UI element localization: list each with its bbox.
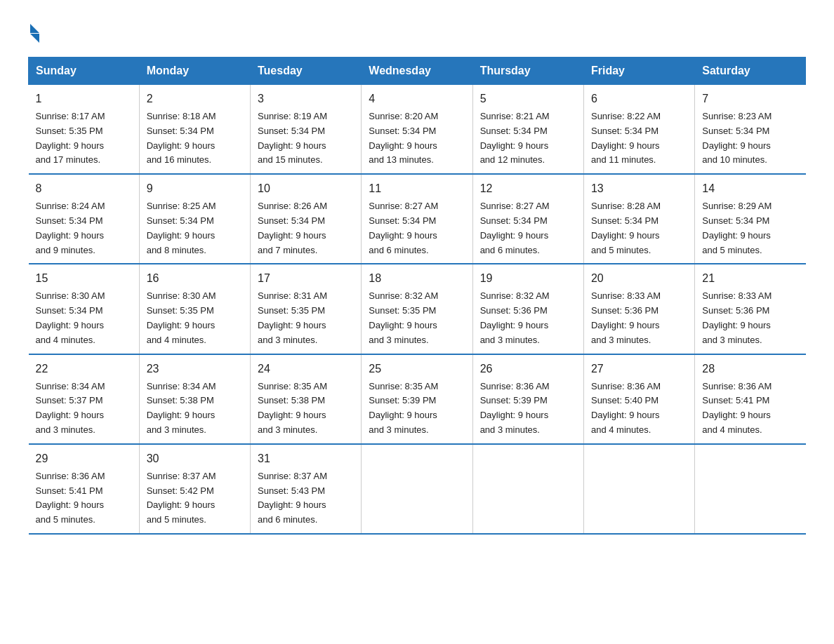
calendar-cell <box>695 444 806 534</box>
calendar-cell: 3 Sunrise: 8:19 AM Sunset: 5:34 PM Dayli… <box>250 85 361 175</box>
column-header-sunday: Sunday <box>29 58 140 85</box>
calendar-cell: 25 Sunrise: 8:35 AM Sunset: 5:39 PM Dayl… <box>362 354 472 444</box>
logo-arrow-down-icon <box>30 34 39 43</box>
week-row-5: 29 Sunrise: 8:36 AM Sunset: 5:41 PM Dayl… <box>29 444 806 534</box>
calendar-cell: 22 Sunrise: 8:34 AM Sunset: 5:37 PM Dayl… <box>29 354 140 444</box>
day-info: Sunrise: 8:33 AM Sunset: 5:36 PM Dayligh… <box>591 289 687 347</box>
calendar-header-row: SundayMondayTuesdayWednesdayThursdayFrid… <box>29 58 806 85</box>
day-number: 13 <box>591 180 687 197</box>
calendar-cell: 28 Sunrise: 8:36 AM Sunset: 5:41 PM Dayl… <box>695 354 806 444</box>
day-info: Sunrise: 8:29 AM Sunset: 5:34 PM Dayligh… <box>702 199 798 257</box>
day-number: 16 <box>147 270 243 287</box>
calendar-cell: 2 Sunrise: 8:18 AM Sunset: 5:34 PM Dayli… <box>139 85 250 175</box>
calendar-cell: 11 Sunrise: 8:27 AM Sunset: 5:34 PM Dayl… <box>362 174 472 264</box>
calendar-cell: 14 Sunrise: 8:29 AM Sunset: 5:34 PM Dayl… <box>695 174 806 264</box>
day-info: Sunrise: 8:17 AM Sunset: 5:35 PM Dayligh… <box>36 109 132 168</box>
day-number: 5 <box>480 90 576 107</box>
day-info: Sunrise: 8:24 AM Sunset: 5:34 PM Dayligh… <box>36 199 132 257</box>
day-number: 11 <box>369 180 465 197</box>
day-info: Sunrise: 8:28 AM Sunset: 5:34 PM Dayligh… <box>591 199 687 257</box>
day-info: Sunrise: 8:33 AM Sunset: 5:36 PM Dayligh… <box>702 289 798 347</box>
day-info: Sunrise: 8:35 AM Sunset: 5:38 PM Dayligh… <box>258 380 354 438</box>
week-row-2: 8 Sunrise: 8:24 AM Sunset: 5:34 PM Dayli… <box>29 174 806 264</box>
day-number: 10 <box>258 180 354 197</box>
calendar-cell: 18 Sunrise: 8:32 AM Sunset: 5:35 PM Dayl… <box>362 264 472 354</box>
calendar-cell: 24 Sunrise: 8:35 AM Sunset: 5:38 PM Dayl… <box>250 354 361 444</box>
day-number: 18 <box>369 270 465 287</box>
calendar-cell: 27 Sunrise: 8:36 AM Sunset: 5:40 PM Dayl… <box>583 354 694 444</box>
logo <box>28 21 76 43</box>
day-number: 23 <box>147 361 243 377</box>
day-info: Sunrise: 8:31 AM Sunset: 5:35 PM Dayligh… <box>258 289 354 347</box>
day-number: 21 <box>702 270 798 287</box>
calendar-cell: 13 Sunrise: 8:28 AM Sunset: 5:34 PM Dayl… <box>583 174 694 264</box>
column-header-monday: Monday <box>139 58 250 85</box>
day-number: 2 <box>147 90 243 107</box>
calendar-cell: 5 Sunrise: 8:21 AM Sunset: 5:34 PM Dayli… <box>472 85 583 175</box>
day-number: 17 <box>258 270 354 287</box>
calendar-cell: 26 Sunrise: 8:36 AM Sunset: 5:39 PM Dayl… <box>472 354 583 444</box>
day-number: 4 <box>369 90 465 107</box>
day-info: Sunrise: 8:18 AM Sunset: 5:34 PM Dayligh… <box>147 109 243 168</box>
day-info: Sunrise: 8:34 AM Sunset: 5:37 PM Dayligh… <box>36 380 132 438</box>
day-number: 29 <box>36 450 132 467</box>
day-info: Sunrise: 8:32 AM Sunset: 5:35 PM Dayligh… <box>369 289 465 347</box>
day-number: 19 <box>480 270 576 287</box>
day-info: Sunrise: 8:25 AM Sunset: 5:34 PM Dayligh… <box>147 199 243 257</box>
day-info: Sunrise: 8:36 AM Sunset: 5:41 PM Dayligh… <box>702 380 798 438</box>
day-info: Sunrise: 8:37 AM Sunset: 5:43 PM Dayligh… <box>258 469 354 528</box>
calendar-cell <box>583 444 694 534</box>
column-header-saturday: Saturday <box>695 58 806 85</box>
day-info: Sunrise: 8:20 AM Sunset: 5:34 PM Dayligh… <box>369 109 465 168</box>
week-row-1: 1 Sunrise: 8:17 AM Sunset: 5:35 PM Dayli… <box>29 85 806 175</box>
calendar-cell: 4 Sunrise: 8:20 AM Sunset: 5:34 PM Dayli… <box>362 85 472 175</box>
day-number: 31 <box>258 450 354 467</box>
calendar-cell: 20 Sunrise: 8:33 AM Sunset: 5:36 PM Dayl… <box>583 264 694 354</box>
calendar-cell: 17 Sunrise: 8:31 AM Sunset: 5:35 PM Dayl… <box>250 264 361 354</box>
calendar-cell: 6 Sunrise: 8:22 AM Sunset: 5:34 PM Dayli… <box>583 85 694 175</box>
calendar-cell: 10 Sunrise: 8:26 AM Sunset: 5:34 PM Dayl… <box>250 174 361 264</box>
calendar-cell: 21 Sunrise: 8:33 AM Sunset: 5:36 PM Dayl… <box>695 264 806 354</box>
day-number: 25 <box>369 361 465 377</box>
calendar-cell: 8 Sunrise: 8:24 AM Sunset: 5:34 PM Dayli… <box>29 174 140 264</box>
day-info: Sunrise: 8:30 AM Sunset: 5:35 PM Dayligh… <box>147 289 243 347</box>
day-info: Sunrise: 8:23 AM Sunset: 5:34 PM Dayligh… <box>702 109 798 168</box>
day-number: 15 <box>36 270 132 287</box>
day-number: 1 <box>36 90 132 107</box>
day-number: 9 <box>147 180 243 197</box>
calendar-cell: 15 Sunrise: 8:30 AM Sunset: 5:34 PM Dayl… <box>29 264 140 354</box>
day-number: 22 <box>36 361 132 377</box>
day-number: 27 <box>591 361 687 377</box>
calendar-cell: 16 Sunrise: 8:30 AM Sunset: 5:35 PM Dayl… <box>139 264 250 354</box>
day-number: 20 <box>591 270 687 287</box>
calendar-cell: 29 Sunrise: 8:36 AM Sunset: 5:41 PM Dayl… <box>29 444 140 534</box>
day-number: 14 <box>702 180 798 197</box>
day-info: Sunrise: 8:30 AM Sunset: 5:34 PM Dayligh… <box>36 289 132 347</box>
calendar-table: SundayMondayTuesdayWednesdayThursdayFrid… <box>28 57 806 535</box>
day-info: Sunrise: 8:21 AM Sunset: 5:34 PM Dayligh… <box>480 109 576 168</box>
day-info: Sunrise: 8:36 AM Sunset: 5:40 PM Dayligh… <box>591 380 687 438</box>
calendar-cell: 19 Sunrise: 8:32 AM Sunset: 5:36 PM Dayl… <box>472 264 583 354</box>
day-number: 6 <box>591 90 687 107</box>
day-number: 12 <box>480 180 576 197</box>
column-header-friday: Friday <box>583 58 694 85</box>
day-info: Sunrise: 8:34 AM Sunset: 5:38 PM Dayligh… <box>147 380 243 438</box>
page-header <box>28 21 806 43</box>
column-header-tuesday: Tuesday <box>250 58 361 85</box>
day-number: 30 <box>147 450 243 467</box>
calendar-cell: 9 Sunrise: 8:25 AM Sunset: 5:34 PM Dayli… <box>139 174 250 264</box>
calendar-cell: 1 Sunrise: 8:17 AM Sunset: 5:35 PM Dayli… <box>29 85 140 175</box>
calendar-cell: 30 Sunrise: 8:37 AM Sunset: 5:42 PM Dayl… <box>139 444 250 534</box>
day-number: 7 <box>702 90 798 107</box>
day-info: Sunrise: 8:32 AM Sunset: 5:36 PM Dayligh… <box>480 289 576 347</box>
day-info: Sunrise: 8:26 AM Sunset: 5:34 PM Dayligh… <box>258 199 354 257</box>
week-row-3: 15 Sunrise: 8:30 AM Sunset: 5:34 PM Dayl… <box>29 264 806 354</box>
day-info: Sunrise: 8:37 AM Sunset: 5:42 PM Dayligh… <box>147 469 243 528</box>
calendar-cell: 7 Sunrise: 8:23 AM Sunset: 5:34 PM Dayli… <box>695 85 806 175</box>
day-number: 26 <box>480 361 576 377</box>
calendar-cell <box>472 444 583 534</box>
day-info: Sunrise: 8:22 AM Sunset: 5:34 PM Dayligh… <box>591 109 687 168</box>
day-number: 8 <box>36 180 132 197</box>
calendar-cell <box>362 444 472 534</box>
day-info: Sunrise: 8:36 AM Sunset: 5:41 PM Dayligh… <box>36 469 132 528</box>
